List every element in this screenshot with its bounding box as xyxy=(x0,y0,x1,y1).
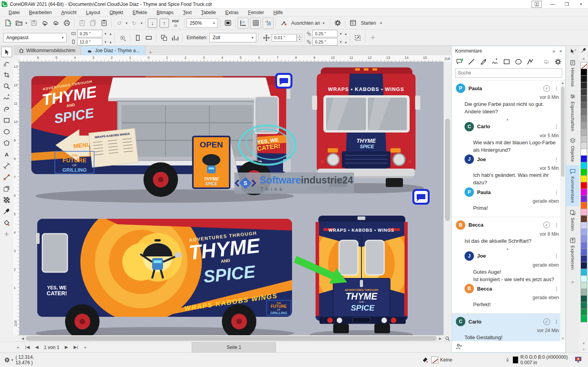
panel-expand-icon[interactable]: » xyxy=(552,48,555,54)
resolve-check-icon[interactable]: ✓ xyxy=(543,222,550,228)
drawing-canvas[interactable]: ADVENTURES THROUGH THYME AND SPICE MENU … xyxy=(20,62,443,335)
resolve-check-icon[interactable]: ✓ xyxy=(543,318,550,325)
connector-tool[interactable] xyxy=(1,172,12,182)
open-caret-icon[interactable]: ▾ xyxy=(24,21,28,25)
show-rulers-button[interactable] xyxy=(238,18,249,29)
nudge-distance-field[interactable]: 0.01 " xyxy=(272,34,297,42)
polygon-tool[interactable] xyxy=(1,138,12,148)
treat-as-filled-button[interactable] xyxy=(352,32,363,43)
color-swatch[interactable] xyxy=(581,249,587,256)
collaborators-icon[interactable] xyxy=(455,343,462,350)
kebab-menu-icon[interactable]: ⋮ xyxy=(554,189,559,195)
marker-annotation-icon[interactable] xyxy=(478,56,488,67)
add-comment-icon[interactable] xyxy=(454,56,465,67)
comment-thread[interactable]: PPaula✓⋮vor 8 MinDie grüne Farbe passt n… xyxy=(452,80,565,217)
palette-eyedropper-icon[interactable] xyxy=(581,46,586,56)
collapse-replies-icon[interactable]: ▴ xyxy=(456,117,559,121)
ellipse-annotation-icon[interactable] xyxy=(513,56,523,67)
color-swatch[interactable] xyxy=(581,202,587,209)
add-tools-tool[interactable] xyxy=(1,229,12,239)
menu-item-text[interactable]: Text xyxy=(178,9,196,16)
transparency-tool[interactable] xyxy=(1,194,12,205)
duplicate-y-field[interactable]: 0.25 " xyxy=(312,38,338,45)
menu-item-objekt[interactable]: Objekt xyxy=(105,9,128,16)
comments-scrollbar[interactable]: ▲ ∨ xyxy=(560,80,565,341)
color-swatch[interactable] xyxy=(581,282,587,289)
panel-close-icon[interactable]: × xyxy=(559,48,562,54)
import-button[interactable]: ↓ xyxy=(148,18,157,28)
export-button[interactable]: ↑ xyxy=(160,18,169,28)
color-swatch[interactable] xyxy=(581,309,587,316)
comment-marker-1[interactable] xyxy=(275,73,292,89)
menu-item-extras[interactable]: Extras xyxy=(221,9,243,16)
color-swatch[interactable] xyxy=(581,215,587,222)
color-swatch[interactable] xyxy=(581,175,587,182)
crop-tool[interactable] xyxy=(1,69,12,80)
color-swatch[interactable] xyxy=(581,242,587,249)
menu-item-tabelle[interactable]: Tabelle xyxy=(196,9,221,16)
color-swatch[interactable] xyxy=(581,295,587,302)
canvas-vertical-scrollbar[interactable] xyxy=(443,62,451,335)
menu-item-ansicht[interactable]: Ansicht xyxy=(56,9,81,16)
docker-tab-hinweise[interactable]: Hinweise xyxy=(566,56,580,90)
docker-tab-exportieren[interactable]: Exportieren xyxy=(566,234,580,273)
outline-pen-icon[interactable] xyxy=(505,357,510,363)
menu-item-effekte[interactable]: Effekte xyxy=(128,9,152,16)
color-swatch[interactable] xyxy=(581,269,587,276)
next-page-button[interactable]: ▶ xyxy=(62,343,71,352)
fullscreen-preview-button[interactable] xyxy=(222,18,233,29)
palette-scroll-up-icon[interactable]: ∧ xyxy=(583,56,585,62)
autofit-page-button[interactable] xyxy=(117,32,128,43)
comments-scroll-thumb[interactable] xyxy=(561,87,564,177)
palette-scroll-down-icon[interactable]: ∨ xyxy=(583,340,585,346)
outline-color-swatch[interactable] xyxy=(513,356,519,363)
redo-button[interactable]: ↻ xyxy=(129,18,140,29)
interactive-fill-tool[interactable] xyxy=(1,217,12,228)
color-swatch[interactable] xyxy=(581,209,587,216)
color-swatch[interactable] xyxy=(581,275,587,282)
resolve-check-icon[interactable]: ✓ xyxy=(543,85,550,92)
truck-side-view-left[interactable]: YES, WE CATER! xyxy=(35,201,294,335)
text-tool[interactable] xyxy=(1,149,12,160)
color-swatch[interactable] xyxy=(581,255,587,262)
polyline-annotation-icon[interactable] xyxy=(525,56,535,67)
units-combo[interactable]: Zoll▾ xyxy=(209,33,256,42)
dimension-tool[interactable] xyxy=(1,160,12,171)
color-swatch[interactable] xyxy=(581,69,587,76)
ellipse-tool[interactable] xyxy=(1,126,12,137)
starten-dropdown[interactable]: Starten▾ xyxy=(358,20,385,26)
kebab-menu-icon[interactable]: ⋮ xyxy=(554,156,559,162)
color-swatch[interactable] xyxy=(581,142,587,149)
horizontal-ruler[interactable]: 6543210123456789101112131415 xyxy=(20,55,443,62)
color-swatch[interactable] xyxy=(581,302,587,309)
page-height-field[interactable]: 12.0 " xyxy=(77,38,102,45)
fill-color-icon[interactable] xyxy=(422,356,429,363)
color-swatch[interactable] xyxy=(581,155,587,162)
docker-tab-kommentare[interactable]: Kommentare xyxy=(566,165,580,206)
publish-pdf-button[interactable]: PDF xyxy=(169,18,182,29)
canvas-horizontal-scrollbar[interactable]: ◀ ▶ xyxy=(20,335,443,342)
zoom-tool[interactable] xyxy=(1,81,12,91)
color-swatch[interactable] xyxy=(581,182,587,189)
tab-welcome-screen[interactable]: Willkommensbildschirm xyxy=(13,46,81,55)
color-swatch[interactable] xyxy=(581,135,587,142)
hscroll-thumb[interactable] xyxy=(26,336,437,341)
statusbar-gear-icon[interactable] xyxy=(3,355,11,365)
line-annotation-icon[interactable] xyxy=(466,56,476,67)
maximize-button[interactable]: ❐ xyxy=(560,0,574,9)
scroll-right-icon[interactable]: ▶ xyxy=(437,337,443,340)
kebab-menu-icon[interactable]: ⋮ xyxy=(554,222,559,228)
no-color-swatch[interactable] xyxy=(581,62,587,69)
vscroll-thumb[interactable] xyxy=(445,119,450,221)
pick-tool[interactable] xyxy=(1,47,12,57)
close-button[interactable]: × xyxy=(574,0,588,9)
color-swatch[interactable] xyxy=(581,109,587,116)
minimize-button[interactable]: — xyxy=(546,0,560,9)
menu-item-fenster[interactable]: Fenster xyxy=(243,9,269,16)
color-swatch[interactable] xyxy=(581,169,587,176)
color-swatch[interactable] xyxy=(581,229,587,236)
menu-item-bitmaps[interactable]: Bitmaps xyxy=(152,9,178,16)
show-grid-button[interactable] xyxy=(250,18,261,29)
color-swatch[interactable] xyxy=(581,82,587,89)
kebab-menu-icon[interactable]: ⋮ xyxy=(554,286,559,292)
